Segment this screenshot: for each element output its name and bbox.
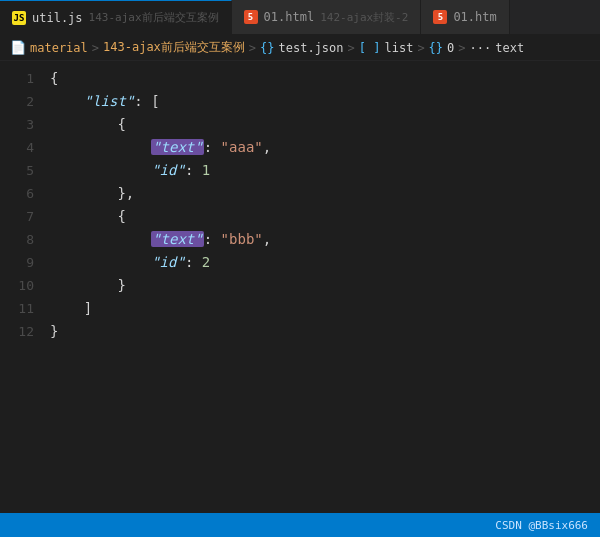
tab-util-js-label: util.js xyxy=(32,11,83,25)
tab-01-html-2[interactable]: 5 01.htm xyxy=(421,0,509,34)
line-num-5: 5 xyxy=(0,160,50,182)
line-num-7: 7 xyxy=(0,206,50,228)
code-line-2: 2 "list": [ xyxy=(0,90,600,113)
line-content-5: "id": 1 xyxy=(50,159,600,181)
line-content-12: } xyxy=(50,320,600,342)
line-content-9: "id": 2 xyxy=(50,251,600,273)
breadcrumb-obj-2: {} xyxy=(429,41,443,55)
breadcrumb: 📄 material > 143-ajax前后端交互案例 > {} test.j… xyxy=(0,35,600,61)
code-line-4: 4 "text": "aaa", xyxy=(0,136,600,159)
status-right-text: CSDN @BBsix666 xyxy=(495,519,588,532)
line-num-11: 11 xyxy=(0,298,50,320)
breadcrumb-sep-1: > xyxy=(92,41,99,55)
breadcrumb-case: 143-ajax前后端交互案例 xyxy=(103,39,245,56)
tab-01-html-1-label: 01.html xyxy=(264,10,315,24)
tab-bar: JS util.js 143-ajax前后端交互案例 5 01.html 142… xyxy=(0,0,600,35)
breadcrumb-0: 0 xyxy=(447,41,454,55)
breadcrumb-test-json: test.json xyxy=(279,41,344,55)
code-line-8: 8 "text": "bbb", xyxy=(0,228,600,251)
breadcrumb-sep-2: > xyxy=(249,41,256,55)
breadcrumb-material: material xyxy=(30,41,88,55)
tab-01-html-2-label: 01.htm xyxy=(453,10,496,24)
line-content-4: "text": "aaa", xyxy=(50,136,600,158)
breadcrumb-list: list xyxy=(384,41,413,55)
line-content-1: { xyxy=(50,67,600,89)
line-num-2: 2 xyxy=(0,91,50,113)
code-line-11: 11 ] xyxy=(0,297,600,320)
tab-01-html-1-sublabel: 142-ajax封装-2 xyxy=(320,10,408,25)
line-content-2: "list": [ xyxy=(50,90,600,112)
code-editor: 1 { 2 "list": [ 3 { 4 "text": "aaa", 5 "… xyxy=(0,61,600,513)
breadcrumb-sep-4: > xyxy=(417,41,424,55)
breadcrumb-text: text xyxy=(495,41,524,55)
code-line-5: 5 "id": 1 xyxy=(0,159,600,182)
line-content-3: { xyxy=(50,113,600,135)
breadcrumb-sep-5: > xyxy=(458,41,465,55)
tab-util-js-sublabel: 143-ajax前后端交互案例 xyxy=(89,10,219,25)
html-icon-2: 5 xyxy=(433,10,447,24)
code-line-7: 7 { xyxy=(0,205,600,228)
code-line-6: 6 }, xyxy=(0,182,600,205)
line-num-12: 12 xyxy=(0,321,50,343)
breadcrumb-ellipsis: ··· xyxy=(470,41,492,55)
code-line-9: 9 "id": 2 xyxy=(0,251,600,274)
status-bar: CSDN @BBsix666 xyxy=(0,513,600,537)
line-content-10: } xyxy=(50,274,600,296)
js-icon: JS xyxy=(12,11,26,25)
line-num-4: 4 xyxy=(0,137,50,159)
code-line-1: 1 { xyxy=(0,67,600,90)
breadcrumb-sep-3: > xyxy=(348,41,355,55)
code-line-3: 3 { xyxy=(0,113,600,136)
line-content-6: }, xyxy=(50,182,600,204)
tab-01-html-1[interactable]: 5 01.html 142-ajax封装-2 xyxy=(232,0,422,34)
breadcrumb-obj-1: {} xyxy=(260,41,274,55)
line-num-10: 10 xyxy=(0,275,50,297)
code-line-12: 12 } xyxy=(0,320,600,343)
html-icon-1: 5 xyxy=(244,10,258,24)
line-content-8: "text": "bbb", xyxy=(50,228,600,250)
line-num-9: 9 xyxy=(0,252,50,274)
line-content-11: ] xyxy=(50,297,600,319)
line-num-6: 6 xyxy=(0,183,50,205)
line-num-1: 1 xyxy=(0,68,50,90)
line-num-3: 3 xyxy=(0,114,50,136)
code-line-10: 10 } xyxy=(0,274,600,297)
line-num-8: 8 xyxy=(0,229,50,251)
breadcrumb-file-icon: 📄 xyxy=(10,40,26,55)
breadcrumb-arr: [ ] xyxy=(359,41,381,55)
tab-util-js[interactable]: JS util.js 143-ajax前后端交互案例 xyxy=(0,0,232,34)
line-content-7: { xyxy=(50,205,600,227)
